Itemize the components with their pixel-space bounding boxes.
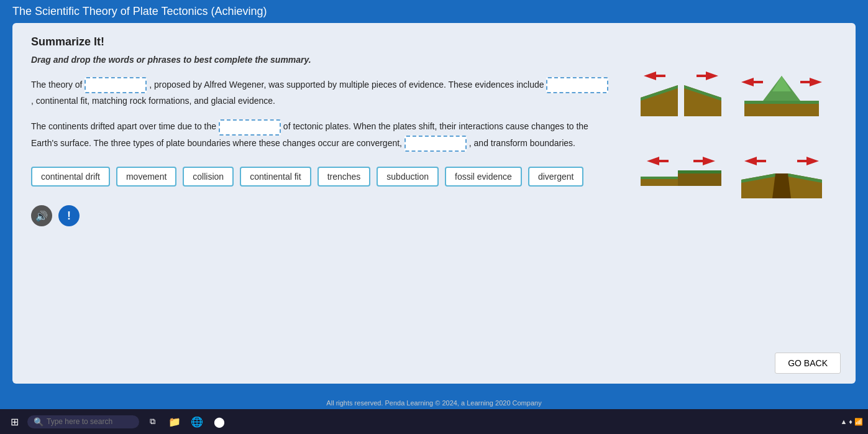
para1-text1: The theory of [31,80,85,90]
terrain-image-3 [634,130,728,205]
word-chip-1[interactable]: movement [116,167,176,187]
bottom-icons: 🔊 ! [31,205,613,226]
svg-marker-22 [772,173,791,198]
terrain-grid [634,48,828,205]
svg-marker-16 [647,157,669,165]
word-chip-5[interactable]: subduction [377,167,439,187]
task-view-icon[interactable]: ⧉ [143,412,162,431]
paragraph1: The theory of , proposed by Alfred Wegen… [31,77,613,109]
taskbar-time: ▲ ♦ 📶 [840,418,863,426]
blank-3[interactable] [219,119,281,136]
blank-4[interactable] [404,136,467,152]
word-chip-7[interactable]: divergent [528,167,584,187]
start-button[interactable]: ⊞ [5,412,24,431]
svg-marker-24 [797,157,819,165]
file-explorer-icon[interactable]: 📁 [165,412,184,431]
para1-text3: , continental fit, matching rock formati… [31,96,275,106]
word-chip-6[interactable]: fossil evidence [445,167,522,187]
svg-marker-15 [678,170,721,173]
page-title: The Scientific Theory of Plate Tectonics… [12,5,267,17]
section-title: Summarize It! [31,35,613,48]
sound-icon: 🔊 [35,210,48,222]
para2-text1: The continents drifted apart over time d… [31,121,219,131]
svg-marker-5 [697,72,718,80]
go-back-button[interactable]: GO BACK [775,353,841,374]
svg-marker-7 [744,101,819,104]
svg-marker-13 [641,177,684,179]
search-input[interactable] [47,417,127,426]
blank-2[interactable] [546,77,608,93]
info-icon: ! [67,210,71,223]
word-chip-2[interactable]: collision [183,167,234,187]
blank-1[interactable] [85,77,147,93]
word-chip-0[interactable]: continental drift [31,167,110,187]
info-button[interactable]: ! [58,205,80,226]
svg-marker-10 [741,78,763,86]
top-bar: The Scientific Theory of Plate Tectonics… [0,0,868,23]
chrome-icon[interactable]: ⬤ [210,412,229,431]
taskbar-right: ▲ ♦ 📶 [840,418,863,426]
right-panel [626,35,837,371]
svg-marker-11 [800,78,822,86]
para1-text2: , proposed by Alfred Wegener, was suppor… [149,80,546,90]
left-panel: Summarize It! Drag and drop the words or… [31,35,626,371]
svg-marker-17 [693,157,715,165]
sound-button[interactable]: 🔊 [31,205,52,226]
word-bank: continental driftmovementcollisioncontin… [31,167,613,187]
word-chip-3[interactable]: continental fit [240,167,311,187]
svg-marker-9 [772,76,791,91]
main-content: Summarize It! Drag and drop the words or… [12,23,856,384]
footer: All rights reserved. Penda Learning © 20… [0,399,868,407]
taskbar: ⊞ 🔍 ⧉ 📁 🌐 ⬤ ▲ ♦ 📶 [0,409,868,434]
search-icon: 🔍 [34,417,43,427]
svg-marker-23 [744,157,766,165]
terrain-image-1 [634,48,728,122]
terrain-image-4 [735,130,828,205]
svg-marker-4 [644,72,665,80]
instructions: Drag and drop the words or phrases to be… [31,55,613,65]
taskbar-search-area: 🔍 [27,415,139,428]
terrain-image-2 [735,48,828,122]
para2-text3: , and transform boundaries. [469,138,575,148]
paragraph2: The continents drifted apart over time d… [31,119,613,152]
word-chip-4[interactable]: trenches [318,167,371,187]
edge-icon[interactable]: 🌐 [188,412,206,431]
